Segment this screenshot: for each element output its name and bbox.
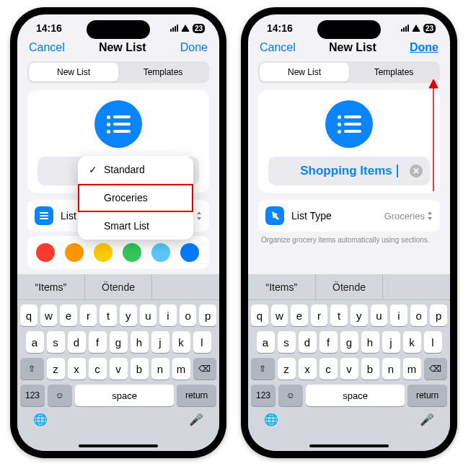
globe-icon[interactable]: 🌐 [264, 413, 278, 426]
key-i[interactable]: i [390, 304, 407, 326]
return-key[interactable]: return [177, 385, 216, 406]
cancel-button[interactable]: Cancel [260, 41, 296, 54]
key-d[interactable]: d [68, 331, 86, 353]
home-indicator[interactable] [309, 444, 389, 447]
key-s[interactable]: s [47, 331, 65, 353]
menu-item-groceries[interactable]: Groceries [78, 184, 193, 212]
key-k[interactable]: k [403, 331, 421, 353]
done-button[interactable]: Done [410, 41, 438, 54]
shift-key[interactable]: ⇧ [251, 358, 275, 380]
key-c[interactable]: c [89, 358, 107, 380]
menu-item-smart-list[interactable]: Smart List [78, 212, 193, 240]
key-m[interactable]: m [403, 358, 421, 380]
list-name-input[interactable]: Shopping Items ✕ [268, 157, 430, 185]
list-icon[interactable] [94, 100, 142, 148]
list-icon[interactable] [325, 100, 373, 148]
key-b[interactable]: b [361, 358, 379, 380]
suggestion-1[interactable]: “Items” [248, 274, 315, 299]
key-l[interactable]: l [424, 331, 442, 353]
key-p[interactable]: p [430, 304, 447, 326]
home-indicator[interactable] [79, 444, 158, 447]
suggestion-2[interactable]: Ötende [315, 274, 383, 299]
key-j[interactable]: j [151, 331, 169, 353]
numeric-key[interactable]: 123 [251, 385, 276, 406]
key-j[interactable]: j [382, 331, 400, 353]
globe-icon[interactable]: 🌐 [33, 413, 48, 426]
key-h[interactable]: h [131, 331, 149, 353]
color-orange[interactable] [65, 243, 84, 262]
key-r[interactable]: r [311, 304, 328, 326]
key-c[interactable]: c [319, 358, 338, 380]
key-n[interactable]: n [151, 358, 169, 380]
segment-control[interactable]: New List Templates [27, 61, 209, 83]
key-e[interactable]: e [291, 304, 308, 326]
clear-button[interactable]: ✕ [410, 165, 423, 177]
numeric-key[interactable]: 123 [20, 385, 45, 406]
key-d[interactable]: d [299, 331, 317, 353]
suggestion-1[interactable]: “Items” [17, 274, 84, 299]
cancel-button[interactable]: Cancel [29, 41, 65, 54]
key-b[interactable]: b [131, 358, 149, 380]
key-f[interactable]: f [319, 331, 338, 353]
key-a[interactable]: a [257, 331, 275, 353]
backspace-key[interactable]: ⌫ [424, 358, 448, 380]
suggestion-3[interactable] [382, 274, 450, 299]
key-a[interactable]: a [26, 331, 44, 353]
key-z[interactable]: z [47, 358, 65, 380]
menu-item-standard[interactable]: ✓ Standard [78, 156, 193, 184]
key-q[interactable]: q [251, 304, 268, 326]
color-blue[interactable] [180, 243, 199, 262]
key-v[interactable]: v [340, 358, 358, 380]
shift-key[interactable]: ⇧ [20, 358, 44, 380]
color-picker-row[interactable] [27, 236, 209, 269]
key-n[interactable]: n [382, 358, 400, 380]
key-s[interactable]: s [278, 331, 296, 353]
key-m[interactable]: m [172, 358, 190, 380]
key-r[interactable]: r [80, 304, 97, 326]
key-p[interactable]: p [199, 304, 216, 326]
key-u[interactable]: u [371, 304, 388, 326]
suggestion-3[interactable] [151, 274, 219, 299]
segment-templates[interactable]: Templates [349, 63, 438, 82]
suggestion-2[interactable]: Ötende [84, 274, 152, 299]
color-red[interactable] [36, 243, 55, 262]
emoji-key[interactable]: ☺ [278, 385, 303, 406]
key-o[interactable]: o [180, 304, 197, 326]
color-yellow[interactable] [94, 243, 113, 262]
key-t[interactable]: t [100, 304, 117, 326]
return-key[interactable]: return [407, 385, 447, 406]
color-green[interactable] [123, 243, 141, 262]
emoji-key[interactable]: ☺ [48, 385, 72, 406]
key-e[interactable]: e [60, 304, 77, 326]
key-z[interactable]: z [278, 358, 296, 380]
key-q[interactable]: q [20, 304, 38, 326]
key-i[interactable]: i [159, 304, 177, 326]
space-key[interactable]: space [306, 385, 405, 406]
key-k[interactable]: k [172, 331, 190, 353]
key-v[interactable]: v [110, 358, 128, 380]
key-t[interactable]: t [330, 304, 348, 326]
key-g[interactable]: g [110, 331, 128, 353]
mic-icon[interactable]: 🎤 [189, 413, 203, 426]
backspace-key[interactable]: ⌫ [193, 358, 217, 380]
key-x[interactable]: x [68, 358, 86, 380]
key-y[interactable]: y [120, 304, 137, 326]
key-h[interactable]: h [361, 331, 379, 353]
key-y[interactable]: y [351, 304, 368, 326]
key-f[interactable]: f [89, 331, 107, 353]
key-g[interactable]: g [340, 331, 358, 353]
space-key[interactable]: space [75, 385, 174, 406]
key-o[interactable]: o [410, 304, 428, 326]
key-x[interactable]: x [299, 358, 317, 380]
mic-icon[interactable]: 🎤 [420, 413, 434, 426]
segment-new-list[interactable]: New List [260, 63, 349, 82]
segment-templates[interactable]: Templates [118, 63, 208, 82]
color-teal[interactable] [151, 243, 170, 262]
key-w[interactable]: w [40, 304, 58, 326]
key-u[interactable]: u [140, 304, 157, 326]
key-w[interactable]: w [271, 304, 288, 326]
segment-new-list[interactable]: New List [29, 63, 118, 82]
segment-control[interactable]: New List Templates [258, 61, 440, 83]
list-type-row[interactable]: List Type Groceries [258, 200, 440, 232]
key-l[interactable]: l [193, 331, 211, 353]
